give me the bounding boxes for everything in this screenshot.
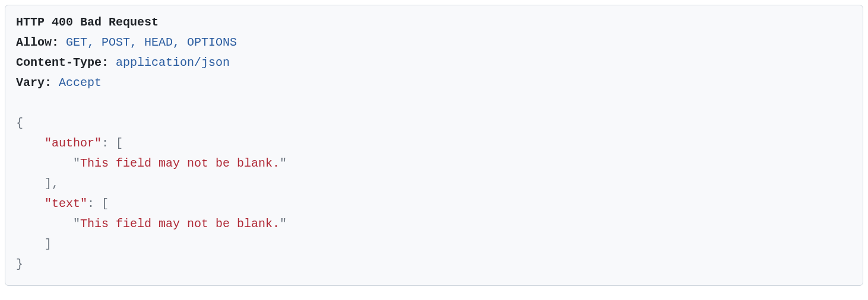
header-value-1: application/json	[116, 56, 230, 69]
json-open-brace: {	[16, 116, 23, 130]
header-colon-2: :	[45, 76, 52, 90]
header-value-0: GET, POST, HEAD, OPTIONS	[66, 36, 237, 49]
json-close-bracket: ]	[45, 237, 52, 251]
json-str-text-0: This field may not be blank.	[80, 217, 280, 231]
json-quote: "	[73, 217, 80, 231]
header-colon-0: :	[52, 36, 59, 49]
json-close-brace: }	[16, 257, 23, 271]
header-name-2: Vary	[16, 76, 45, 90]
json-open-bracket: [	[116, 136, 123, 150]
json-key-text: "text"	[45, 197, 87, 210]
json-open-bracket: [	[102, 197, 109, 210]
http-response-pre: HTTP 400 Bad Request Allow: GET, POST, H…	[16, 12, 852, 275]
json-colon: :	[87, 197, 94, 210]
json-close-bracket: ],	[45, 177, 59, 190]
header-value-2: Accept	[59, 76, 102, 90]
json-colon: :	[102, 136, 109, 150]
header-name-0: Allow	[16, 36, 52, 49]
json-quote: "	[73, 157, 80, 170]
http-response-box: HTTP 400 Bad Request Allow: GET, POST, H…	[5, 5, 863, 286]
json-str-author-0: This field may not be blank.	[80, 157, 280, 170]
header-colon-1: :	[102, 56, 109, 69]
header-name-1: Content-Type	[16, 56, 102, 69]
json-key-author: "author"	[45, 136, 102, 150]
json-quote: "	[280, 157, 287, 170]
status-line: HTTP 400 Bad Request	[16, 15, 159, 29]
json-quote: "	[280, 217, 287, 231]
